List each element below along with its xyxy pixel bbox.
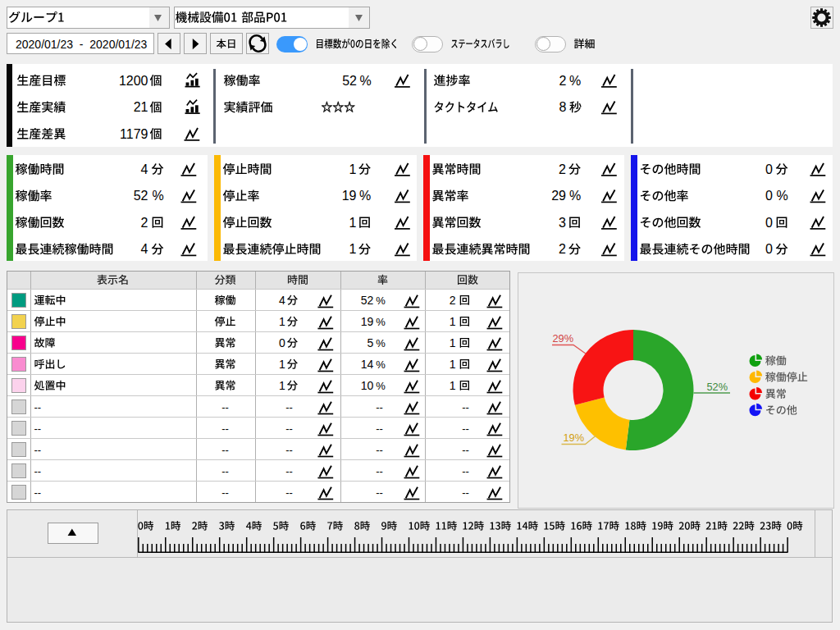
svg-text:--: --	[285, 465, 293, 477]
svg-text:--: --	[34, 444, 42, 456]
svg-text:19: 19	[342, 189, 357, 203]
svg-text:%: %	[376, 358, 386, 371]
svg-text:--: --	[376, 465, 383, 477]
svg-text:8: 8	[559, 100, 567, 114]
svg-text:--: --	[462, 486, 469, 499]
svg-text:1: 1	[450, 315, 456, 328]
svg-text:1200: 1200	[119, 74, 148, 88]
svg-text:2: 2	[559, 242, 566, 256]
svg-text:52: 52	[134, 189, 148, 203]
svg-text:1: 1	[349, 162, 357, 176]
svg-text:--: --	[221, 465, 229, 477]
svg-text:1: 1	[279, 358, 285, 371]
svg-text:1: 1	[450, 358, 456, 371]
svg-text:0: 0	[765, 162, 773, 176]
svg-text:4: 4	[141, 162, 148, 176]
svg-text:1: 1	[450, 336, 456, 349]
svg-text:5: 5	[368, 336, 374, 349]
svg-text:--: --	[285, 401, 293, 413]
svg-text:%: %	[376, 380, 386, 392]
svg-text:1: 1	[279, 379, 285, 392]
svg-text:--: --	[462, 422, 469, 435]
svg-text:10: 10	[361, 379, 374, 392]
svg-text:52: 52	[342, 74, 357, 88]
svg-text:--: --	[221, 444, 229, 456]
svg-text:1: 1	[349, 242, 357, 256]
svg-text:1: 1	[349, 216, 357, 230]
svg-text:--: --	[34, 486, 42, 499]
svg-text:0: 0	[765, 189, 773, 203]
svg-text:0: 0	[279, 336, 285, 349]
svg-text:--: --	[376, 401, 383, 413]
svg-text:--: --	[285, 422, 293, 435]
svg-text:3: 3	[559, 216, 566, 230]
svg-text:19: 19	[361, 315, 374, 328]
svg-text:2: 2	[450, 294, 456, 307]
svg-text:%: %	[569, 74, 581, 88]
svg-text:--: --	[285, 486, 293, 499]
svg-text:0: 0	[765, 216, 773, 230]
svg-text:14: 14	[361, 358, 374, 371]
svg-text:%: %	[376, 337, 386, 349]
svg-text:52: 52	[361, 294, 374, 307]
svg-text:0: 0	[765, 242, 773, 256]
svg-text:%: %	[153, 189, 164, 203]
svg-text:21: 21	[134, 100, 148, 114]
svg-text:29: 29	[551, 189, 566, 203]
svg-text:--: --	[34, 401, 42, 413]
svg-text:%: %	[569, 189, 581, 203]
svg-text:--: --	[221, 486, 229, 499]
svg-text:19%: 19%	[564, 431, 585, 444]
svg-text:1179: 1179	[120, 127, 148, 141]
svg-text:--: --	[285, 444, 293, 456]
svg-text:--: --	[221, 401, 229, 413]
svg-text:2020/01/23 - 2020/01/23: 2020/01/23 - 2020/01/23	[16, 38, 148, 51]
svg-text:2: 2	[559, 74, 567, 88]
svg-text:2: 2	[141, 216, 148, 230]
svg-text:1: 1	[279, 315, 285, 328]
svg-text:--: --	[462, 444, 469, 456]
svg-text:4: 4	[141, 242, 148, 256]
svg-text:--: --	[376, 486, 383, 499]
svg-text:1: 1	[450, 379, 456, 392]
svg-text:%: %	[360, 74, 372, 88]
svg-text:--: --	[462, 401, 469, 413]
svg-text:--: --	[34, 465, 42, 477]
svg-text:%: %	[376, 294, 386, 307]
svg-text:--: --	[376, 422, 383, 435]
svg-text:%: %	[376, 316, 386, 328]
svg-text:%: %	[777, 189, 788, 203]
svg-text:52%: 52%	[707, 381, 728, 393]
svg-text:%: %	[359, 189, 371, 203]
svg-text:--: --	[221, 422, 229, 435]
svg-text:4: 4	[279, 294, 285, 307]
svg-text:2: 2	[559, 162, 566, 176]
svg-text:--: --	[376, 444, 383, 456]
svg-text:--: --	[462, 465, 469, 477]
svg-text:--: --	[34, 422, 42, 435]
svg-text:29%: 29%	[553, 332, 574, 345]
